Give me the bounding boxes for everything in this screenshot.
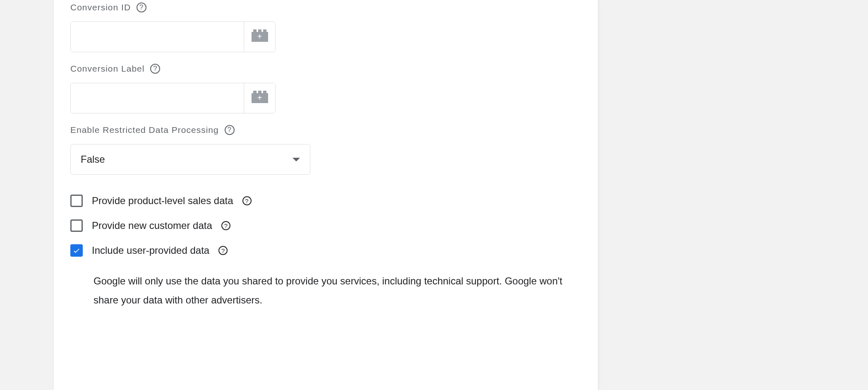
product-sales-row: Provide product-level sales data ? [70, 195, 581, 207]
insert-variable-button[interactable] [244, 83, 275, 113]
restricted-data-label: Enable Restricted Data Processing ? [70, 125, 581, 135]
insert-variable-button[interactable] [244, 22, 275, 52]
new-customer-row: Provide new customer data ? [70, 219, 581, 232]
brick-plus-icon [252, 93, 268, 103]
restricted-data-select[interactable]: False [70, 144, 310, 175]
user-provided-row: Include user-provided data ? [70, 244, 581, 257]
user-provided-description: Google will only use the data you shared… [94, 272, 565, 309]
conversion-id-label: Conversion ID ? [70, 2, 581, 12]
form-card: Conversion ID ? Conversion Label ? Enabl… [54, 0, 598, 390]
product-sales-checkbox[interactable] [70, 195, 83, 207]
help-icon[interactable]: ? [150, 64, 160, 74]
help-icon[interactable]: ? [242, 196, 252, 205]
brick-plus-icon [252, 32, 268, 42]
label-text: Conversion Label [70, 64, 144, 74]
help-icon[interactable]: ? [137, 2, 146, 12]
conversion-id-input-row [70, 22, 276, 52]
checkbox-label: Provide product-level sales data [92, 195, 233, 207]
new-customer-checkbox[interactable] [70, 219, 83, 232]
check-icon [72, 246, 81, 255]
select-value: False [81, 154, 105, 165]
user-provided-checkbox[interactable] [70, 244, 83, 257]
checkbox-label: Include user-provided data [92, 245, 209, 256]
conversion-id-input[interactable] [71, 22, 244, 52]
checkbox-label: Provide new customer data [92, 220, 212, 231]
help-icon[interactable]: ? [218, 246, 228, 255]
help-icon[interactable]: ? [225, 125, 235, 135]
label-text: Conversion ID [70, 2, 131, 12]
conversion-label-label: Conversion Label ? [70, 64, 581, 74]
label-text: Enable Restricted Data Processing [70, 125, 219, 135]
conversion-label-input-row [70, 83, 276, 113]
chevron-down-icon [293, 158, 300, 161]
help-icon[interactable]: ? [221, 221, 230, 230]
conversion-label-input[interactable] [71, 83, 244, 113]
